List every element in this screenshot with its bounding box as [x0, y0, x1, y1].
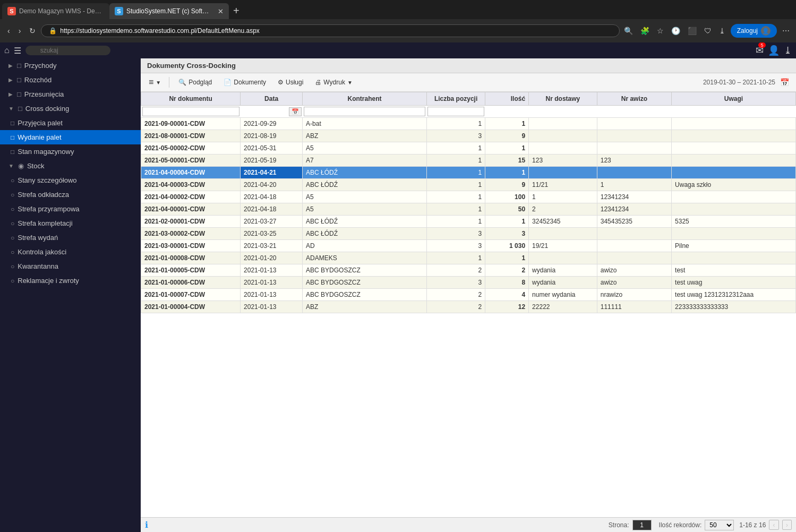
date-picker-button[interactable]: 📅: [289, 107, 302, 116]
favorites-icon[interactable]: ☆: [655, 24, 666, 37]
cell-kontrahent: A5: [303, 191, 427, 203]
sidebar-item-strefa-odkladcza[interactable]: ○ Strefa odkładcza: [0, 187, 141, 202]
cell-nr: 2021-01-00007-CDW: [141, 289, 241, 301]
login-button[interactable]: Zaloguj 👤: [731, 24, 777, 38]
filter-kontrahent-input[interactable]: [304, 107, 426, 116]
sidebar-item-kontrola-jakosci[interactable]: ○ Kontrola jakości: [0, 245, 141, 259]
sidebar-item-przesunięcia[interactable]: ▶ □ Przesunięcia: [0, 87, 141, 101]
col-header-uwagi: Uwagi: [672, 92, 796, 106]
podglad-button[interactable]: 🔍 Podgląd: [174, 76, 217, 88]
shield-icon[interactable]: 🛡: [702, 24, 714, 37]
section-title: Dokumenty Cross-Docking: [141, 58, 796, 73]
filter-nr-dostawy: [529, 106, 597, 118]
menu-toggle-button[interactable]: ☰: [14, 46, 21, 56]
export-button[interactable]: ⤓: [784, 45, 792, 56]
calendar-button[interactable]: 📅: [777, 76, 792, 88]
page-input[interactable]: [632, 520, 652, 530]
sidebar-item-stock[interactable]: ▼ ◉ Stock: [0, 159, 141, 173]
cell-uwagi: [672, 228, 796, 240]
cell-nr-awizo: 123: [597, 155, 671, 167]
table-row[interactable]: 2021-05-00002-CDW 2021-05-31 A5 1 1: [141, 142, 796, 155]
table-row[interactable]: 2021-04-00004-CDW 2021-04-21 ABC ŁÓDŹ 1 …: [141, 167, 796, 179]
search-browser-icon[interactable]: 🔍: [622, 24, 635, 37]
page-label: Strona:: [609, 521, 629, 529]
cell-kontrahent: ABC ŁÓDŹ: [303, 216, 427, 228]
table-row[interactable]: 2021-03-00002-CDW 2021-03-25 ABC ŁÓDŹ 3 …: [141, 228, 796, 240]
browser-tab-1[interactable]: S Demo Magazyn WMS - Demo o...: [2, 3, 109, 19]
cell-nr-awizo: 12341234: [597, 203, 671, 216]
cell-liczba: 1: [426, 203, 485, 216]
cell-kontrahent: ABZ: [303, 130, 427, 142]
sidebar-item-przychody[interactable]: ▶ □ Przychody: [0, 58, 141, 73]
cell-nr: 2021-05-00002-CDW: [141, 142, 241, 155]
back-button[interactable]: ‹: [4, 24, 13, 37]
cell-data: 2021-01-13: [241, 277, 303, 289]
sidebar-item-kwarantanna[interactable]: ○ Kwarantanna: [0, 259, 141, 273]
tab2-close-icon[interactable]: ✕: [218, 7, 224, 15]
sidebar-item-strefa-kompletacji[interactable]: ○ Strefa kompletacji: [0, 216, 141, 230]
history-icon[interactable]: 🕐: [669, 24, 682, 37]
url-input[interactable]: [60, 27, 611, 35]
new-tab-button[interactable]: +: [229, 5, 244, 17]
sidebar-item-reklamacje[interactable]: ○ Reklamacje i zwroty: [0, 273, 141, 288]
prev-page-button[interactable]: ‹: [769, 520, 778, 530]
cell-liczba: 3: [426, 228, 485, 240]
more-options-button[interactable]: ⋯: [780, 24, 792, 37]
notifications-button[interactable]: ✉ 5: [756, 45, 764, 56]
filter-nr-input[interactable]: [142, 107, 239, 116]
wydruk-button[interactable]: 🖨 Wydruk ▼: [310, 76, 357, 88]
filter-liczba-input[interactable]: [427, 107, 484, 116]
tab1-label: Demo Magazyn WMS - Demo o...: [19, 7, 104, 15]
icon-stany: ○: [11, 177, 14, 184]
icon-przyrampowa: ○: [11, 205, 14, 213]
sidebar-item-cross-docking[interactable]: ▼ □ Cross docking: [0, 101, 141, 116]
dokumenty-button[interactable]: 📄 Dokumenty: [219, 76, 271, 88]
sidebar-item-rozchod[interactable]: ▶ □ Rozchód: [0, 73, 141, 87]
sidebar-item-stany-szczegolowo[interactable]: ○ Stany szczegółowo: [0, 173, 141, 187]
table-row[interactable]: 2021-01-00005-CDW 2021-01-13 ABC BYDGOSZ…: [141, 264, 796, 277]
cell-liczba: 3: [426, 130, 485, 142]
table-row[interactable]: 2021-03-00001-CDW 2021-03-21 AD 3 1 030 …: [141, 240, 796, 252]
table-container[interactable]: Nr dokumentu Data Kontrahent Liczba pozy…: [141, 92, 796, 517]
icon-wydanie: □: [11, 134, 14, 141]
icon-kontrola: ○: [11, 248, 14, 256]
collections-icon[interactable]: ⬛: [686, 24, 699, 37]
uslugi-button[interactable]: ⚙ Usługi: [273, 76, 308, 88]
table-row[interactable]: 2021-04-00002-CDW 2021-04-18 A5 1 100 1 …: [141, 191, 796, 203]
cell-nr-awizo: [597, 240, 671, 252]
next-page-button[interactable]: ›: [782, 520, 792, 530]
table-row[interactable]: 2021-01-00008-CDW 2021-01-20 ADAMEKS 1 1: [141, 252, 796, 264]
sidebar-item-strefa-przyrampowa[interactable]: ○ Strefa przyrampowa: [0, 202, 141, 216]
records-per-page-select[interactable]: 50 25 100: [705, 520, 734, 530]
date-range-label: 2019-01-30 – 2021-10-25: [703, 79, 775, 86]
sidebar-item-wydanie-palet[interactable]: □ Wydanie palet: [0, 130, 141, 144]
extensions-icon[interactable]: 🧩: [638, 24, 652, 37]
table-row[interactable]: 2021-04-00001-CDW 2021-04-18 A5 1 50 2 1…: [141, 203, 796, 216]
sidebar-item-przyjecia-palet[interactable]: □ Przyjęcia palet: [0, 116, 141, 130]
table-row[interactable]: 2021-09-00001-CDW 2021-09-29 A-bat 1 1: [141, 118, 796, 130]
table-row[interactable]: 2021-05-00001-CDW 2021-05-19 A7 1 15 123…: [141, 155, 796, 167]
hamburger-menu-button[interactable]: ≡ ▼: [145, 75, 165, 89]
col-header-ilosc: Ilość: [485, 92, 529, 106]
browser-tab-2[interactable]: S StudioSystem.NET (c) SoftwareSt... ✕: [109, 3, 229, 19]
cell-liczba: 1: [426, 216, 485, 228]
table-row[interactable]: 2021-08-00001-CDW 2021-08-19 ABZ 3 9: [141, 130, 796, 142]
table-row[interactable]: 2021-01-00004-CDW 2021-01-13 ABZ 2 12 22…: [141, 301, 796, 313]
table-row[interactable]: 2021-01-00006-CDW 2021-01-13 ABC BYDGOSZ…: [141, 277, 796, 289]
search-input[interactable]: [25, 46, 110, 55]
icon-kompletacji: ○: [11, 220, 14, 227]
forward-button[interactable]: ›: [15, 24, 24, 37]
table-row[interactable]: 2021-04-00003-CDW 2021-04-20 ABC ŁÓDŹ 1 …: [141, 179, 796, 191]
cell-nr-awizo: nrawizo: [597, 289, 671, 301]
profile-icon[interactable]: ⤓: [717, 24, 727, 37]
table-row[interactable]: 2021-02-00001-CDW 2021-03-27 ABC ŁÓDŹ 1 …: [141, 216, 796, 228]
cell-nr-dostawy: numer wydania: [529, 289, 597, 301]
reload-button[interactable]: ↻: [26, 24, 39, 37]
table-row[interactable]: 2021-01-00007-CDW 2021-01-13 ABC BYDGOSZ…: [141, 289, 796, 301]
home-button[interactable]: ⌂: [4, 46, 10, 55]
user-profile-button[interactable]: 👤: [768, 45, 780, 56]
sidebar-item-stan-magazynowy[interactable]: □ Stan magazynowy: [0, 144, 141, 159]
cell-liczba: 3: [426, 240, 485, 252]
col-header-liczba-pozycji: Liczba pozycji: [426, 92, 485, 106]
sidebar-item-strefa-wydan[interactable]: ○ Strefa wydań: [0, 230, 141, 245]
